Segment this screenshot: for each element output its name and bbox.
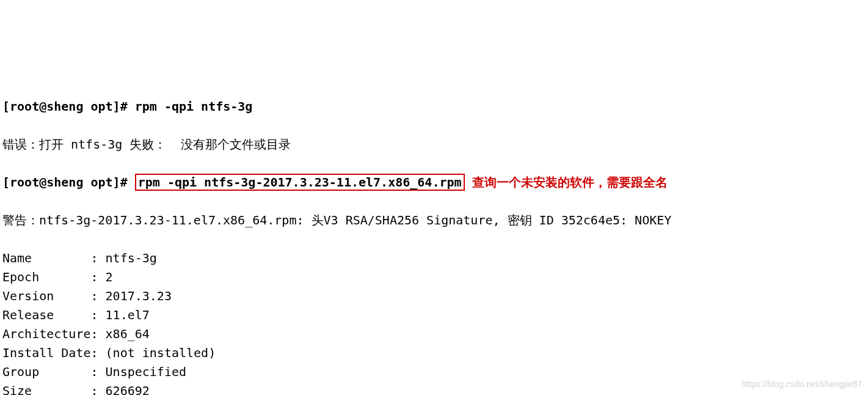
field-value: x86_64: [106, 327, 150, 341]
field-label: Release: [2, 306, 90, 325]
shell-command[interactable]: rpm -qpi ntfs-3g: [135, 99, 253, 114]
field-label: Epoch: [2, 268, 90, 287]
field-value: 626692: [106, 383, 150, 395]
field-label: Size: [2, 382, 90, 395]
field-row: Install Date: (not installed): [2, 344, 866, 363]
field-separator: :: [90, 308, 105, 322]
field-row: Architecture: x86_64: [2, 325, 866, 344]
field-value: Unspecified: [106, 364, 186, 379]
field-label: Version: [2, 287, 90, 306]
shell-prompt: [root@sheng opt]#: [2, 99, 128, 114]
terminal-output: [root@sheng opt]# rpm -qpi ntfs-3g 错误：打开…: [2, 78, 866, 395]
field-label: Group: [2, 363, 90, 382]
field-separator: :: [90, 364, 105, 379]
watermark: https://blog.csdn.net/shengjie87: [742, 378, 862, 391]
field-row: Group: Unspecified: [2, 363, 866, 382]
field-row: Name: ntfs-3g: [2, 249, 866, 268]
field-label: Install Date: [2, 344, 90, 363]
shell-prompt: [root@sheng opt]#: [2, 175, 128, 190]
field-separator: :: [90, 251, 105, 265]
field-row: Size: 626692: [2, 382, 866, 395]
field-separator: :: [90, 327, 105, 341]
prompt-line-2: [root@sheng opt]# rpm -qpi ntfs-3g-2017.…: [2, 173, 866, 192]
field-separator: :: [90, 270, 105, 284]
warning-line: 警告：ntfs-3g-2017.3.23-11.el7.x86_64.rpm: …: [2, 211, 866, 230]
prompt-line-1: [root@sheng opt]# rpm -qpi ntfs-3g: [2, 97, 866, 116]
field-separator: :: [90, 289, 105, 303]
field-row: Epoch: 2: [2, 268, 866, 287]
field-separator: :: [90, 383, 105, 395]
shell-command-boxed[interactable]: rpm -qpi ntfs-3g-2017.3.23-11.el7.x86_64…: [135, 174, 465, 191]
field-value: 2: [106, 270, 113, 284]
field-label: Architecture: [2, 325, 90, 344]
field-row: Release: 11.el7: [2, 306, 866, 325]
rpm-info-fields: Name: ntfs-3gEpoch: 2Version: 2017.3.23R…: [2, 249, 866, 395]
field-value: 2017.3.23: [106, 289, 172, 303]
field-separator: :: [90, 345, 105, 360]
field-label: Name: [2, 249, 90, 268]
error-line: 错误：打开 ntfs-3g 失败： 没有那个文件或目录: [2, 135, 866, 154]
field-value: (not installed): [106, 345, 216, 360]
annotation-text: 查询一个未安装的软件，需要跟全名: [472, 175, 668, 189]
field-value: ntfs-3g: [106, 251, 157, 265]
field-row: Version: 2017.3.23: [2, 287, 866, 306]
field-value: 11.el7: [106, 308, 150, 322]
